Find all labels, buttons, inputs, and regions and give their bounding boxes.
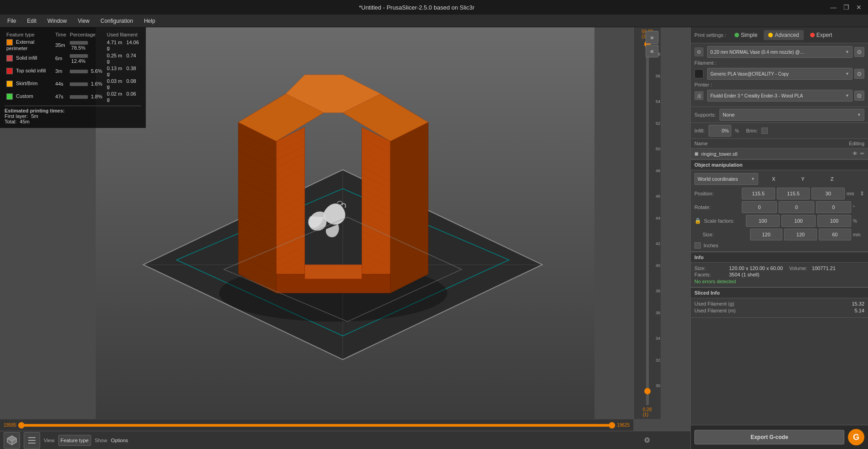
feature-time: 6m	[53, 52, 68, 65]
feature-type-label: Solid infill	[16, 55, 37, 61]
infill-brim-section: Infill: 0% % Brim:	[691, 123, 868, 139]
print-profile-section: ⚙ 0.20 mm NORMAL Vase (0.4 mm nozzle) @C…	[691, 43, 868, 107]
inches-checkbox[interactable]	[694, 242, 701, 249]
printer-gear-btn[interactable]: ⚙	[854, 91, 864, 101]
stats-overlay: Feature type Time Percentage Used filame…	[0, 27, 146, 128]
layer-slider-track[interactable]: 58.00 56.00 54.00 52.00 50.00 48.00 46.0…	[646, 41, 649, 405]
size-x-input[interactable]	[750, 229, 782, 240]
simple-dot	[734, 33, 739, 37]
profile-arrow-icon: ▼	[845, 50, 849, 54]
size-z-input[interactable]	[819, 229, 851, 240]
tab-expert[interactable]: Expert	[806, 30, 837, 40]
horizontal-slider-area: 19585 19625	[0, 419, 633, 431]
main-layout: Feature type Time Percentage Used filame…	[0, 27, 868, 449]
expert-label: Expert	[817, 32, 832, 38]
size-row: Size: mm	[694, 229, 864, 240]
infill-pct-icon: %	[735, 128, 739, 133]
name-col-header: Name	[694, 141, 828, 146]
feature-pct-label: 1.8%	[91, 94, 102, 99]
filament-gear-btn[interactable]: ⚙	[854, 69, 864, 79]
title-bar: *Untitled - PrusaSlicer-2.5.0 based on S…	[0, 0, 868, 15]
menu-help[interactable]: Help	[139, 16, 160, 26]
menu-file[interactable]: File	[3, 16, 21, 26]
position-unit: mm	[847, 191, 858, 196]
minimize-button[interactable]: —	[829, 3, 838, 12]
z-header: Z	[818, 176, 846, 182]
printer-select-row: 🖨 Fluidd Ender 3 * Creality Ender-3 - Wo…	[694, 90, 864, 102]
slider-right-label: 19625	[617, 423, 630, 428]
feature-pct-label: 12.4%	[71, 58, 85, 64]
prusa-logo: G	[848, 429, 864, 445]
nav-forward-btn[interactable]: »	[646, 31, 658, 44]
nav-back-btn[interactable]: «	[646, 45, 658, 57]
settings-gear-btn[interactable]: ⚙	[633, 431, 661, 449]
close-button[interactable]: ✕	[854, 3, 863, 12]
feature-filament: 0.13 m 0.38 g	[105, 65, 142, 77]
filament-arrow-icon: ▼	[845, 71, 849, 76]
filament-m-value: 5.14	[855, 308, 864, 313]
tab-simple[interactable]: Simple	[730, 30, 762, 40]
coord-system-dropdown[interactable]: World coordinates ▼	[694, 173, 758, 185]
lock-icon[interactable]: 🔒	[694, 218, 701, 224]
profile-gear-btn[interactable]: ⚙	[854, 47, 864, 57]
printer-dropdown[interactable]: Fluidd Ender 3 * Creality Ender-3 - Wood…	[707, 90, 853, 102]
position-y-input[interactable]	[777, 188, 810, 199]
feature-type-label: Skirt/Brim	[16, 81, 38, 86]
edit-icon[interactable]: ✏	[860, 151, 864, 157]
position-x-input[interactable]	[742, 188, 775, 199]
export-gcode-btn[interactable]: Export G-code	[694, 430, 844, 444]
scale-unit: %	[853, 219, 864, 224]
feature-pct-bar: 1.8%	[70, 94, 102, 99]
options-label[interactable]: Options	[111, 438, 128, 443]
horizontal-slider-track[interactable]	[18, 424, 615, 427]
h-slider-right-thumb[interactable]	[609, 422, 615, 429]
scale-y-input[interactable]	[781, 215, 815, 227]
brim-checkbox[interactable]	[761, 128, 768, 134]
layer-slider-thumb-bottom[interactable]	[644, 388, 651, 394]
col-filament: Used filament	[105, 31, 142, 38]
supports-infill-section: Supports: None ▼	[691, 107, 868, 123]
menu-edit[interactable]: Edit	[22, 16, 41, 26]
window-controls: — ❐ ✕	[829, 3, 863, 12]
infill-input[interactable]: 0%	[709, 125, 731, 137]
rotate-x-input[interactable]	[742, 201, 777, 213]
feature-pct-label: 78.5%	[71, 45, 85, 51]
print-profile-dropdown[interactable]: 0.20 mm NORMAL Vase (0.4 mm nozzle) @CRE…	[707, 46, 853, 58]
menu-configuration[interactable]: Configuration	[96, 16, 138, 26]
size-y-input[interactable]	[784, 229, 817, 240]
view-label: View	[44, 438, 55, 443]
nav-arrows: » «	[646, 31, 658, 57]
position-z-input[interactable]	[812, 188, 845, 199]
printer-value: Fluidd Ender 3 * Creality Ender-3 - Wood…	[710, 93, 803, 98]
filament-dropdown[interactable]: Generic PLA Vase@CREALITY - Copy ▼	[707, 68, 853, 80]
visibility-icon[interactable]: 👁	[853, 151, 858, 157]
scale-z-input[interactable]	[817, 215, 851, 227]
scale-x-input[interactable]	[746, 215, 780, 227]
scale-row: 🔒 Scale factors: %	[694, 215, 864, 227]
size-unit: mm	[853, 232, 864, 237]
object-list-row[interactable]: ◼ ringing_tower.stl 👁 ✏	[691, 148, 868, 159]
feature-pct-bar: 78.5%	[70, 40, 88, 51]
print-settings-label: Print settings :	[694, 32, 726, 38]
menu-view[interactable]: View	[73, 16, 94, 26]
rotate-y-input[interactable]	[779, 201, 814, 213]
position-up-down-icon[interactable]: ⇕	[860, 190, 864, 197]
info-section: Size: 120.00 x 120.00 x 60.00 Volume: 10…	[691, 263, 868, 287]
print-mode-tabs: Print settings : Simple Advanced Expert	[691, 27, 868, 43]
menu-window[interactable]: Window	[43, 16, 72, 26]
feature-type-select[interactable]: Feature type	[58, 435, 91, 446]
feature-filament: 4.71 m 14.06 g	[105, 38, 142, 52]
feature-type-label: Custom	[16, 93, 33, 99]
rotate-z-input[interactable]	[816, 201, 851, 213]
col-percentage: Percentage	[68, 31, 105, 38]
view-cube-btn[interactable]	[4, 432, 20, 449]
supports-dropdown[interactable]: None ▼	[719, 109, 864, 121]
tab-advanced[interactable]: Advanced	[764, 30, 803, 40]
viewport-area[interactable]: Feature type Time Percentage Used filame…	[0, 27, 690, 449]
filament-select-row: Generic PLA Vase@CREALITY - Copy ▼ ⚙	[694, 68, 864, 80]
view-layers-btn[interactable]	[24, 432, 40, 449]
h-slider-left-thumb[interactable]	[18, 422, 25, 429]
advanced-dot	[768, 33, 773, 37]
maximize-button[interactable]: ❐	[842, 3, 851, 12]
gear-icon: ⚙	[644, 436, 650, 444]
